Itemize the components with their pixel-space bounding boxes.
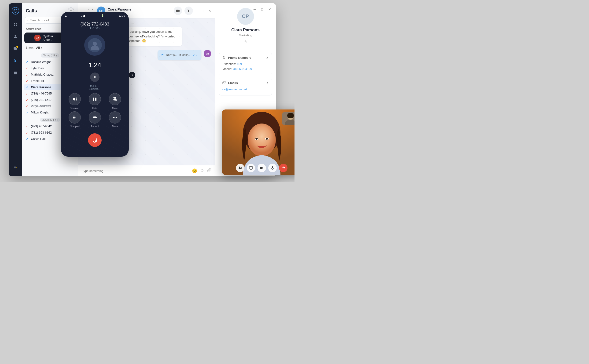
svg-rect-23 [202,169,203,170]
svg-point-58 [239,167,240,168]
svg-rect-29 [93,98,94,101]
maximize-button[interactable]: □ [260,7,265,12]
close-button[interactable]: ✕ [267,7,272,12]
phone-section-chevron-icon[interactable]: ∧ [266,56,269,59]
filter-chevron-icon[interactable]: ▾ [41,46,42,49]
mobile-link[interactable]: 318-636-4129 [233,67,252,71]
extension-link[interactable]: 109 [237,62,242,66]
call-name: Virgie Andrews [31,104,65,108]
email-section-header[interactable]: Emails ∧ [219,78,272,87]
svg-rect-64 [260,167,262,169]
contact-name: Ciara Parsons [219,28,272,32]
speaker-button[interactable]: Speaker [66,93,84,110]
email-link[interactable]: ca@somecom.net [222,87,247,91]
caller-avatar-inner [88,38,102,52]
speaker-icon [69,93,81,105]
chat-nav-icon[interactable] [11,44,20,53]
info-badge[interactable]: ℹ [129,72,135,78]
filter-value[interactable]: All [36,46,40,49]
svg-rect-4 [16,25,17,26]
drag-handle: ⋮⋮ [27,36,32,39]
svg-line-8 [28,20,28,21]
mute-button[interactable]: Mute [106,93,124,110]
svg-point-47 [116,117,117,118]
phone-section-header[interactable]: Phone Numbers ∧ [219,53,272,62]
msg-content-2: Don't w... It looks... ✓✓ [158,50,201,60]
call-name: Milton Knight [31,111,65,114]
svg-point-7 [28,20,28,21]
calls-title: Calls [26,8,37,13]
phone-end-call-button[interactable] [88,133,102,147]
call-name: (781) 693-6162 [31,131,61,134]
end-video-call-button[interactable] [279,164,287,172]
sidebar-nav: ≡• [9,3,22,176]
video-panel [222,110,294,175]
chat-header-actions [174,6,193,15]
mic-video-button[interactable] [268,164,277,172]
contact-department: Marketing [219,33,272,37]
active-call-name: Cynthia Ande... [43,34,60,41]
svg-point-39 [73,119,74,119]
chat-input[interactable] [82,169,189,173]
call-name: Rosalie Wright [31,60,65,64]
microphone-button[interactable] [200,168,204,174]
hold-button[interactable]: Hold [86,93,104,110]
phone-call-button[interactable] [185,6,193,15]
more-icon[interactable]: ••• [131,22,134,26]
incoming-arrow-icon: ↙ [26,104,29,108]
svg-point-0 [14,9,17,13]
svg-rect-1 [14,23,15,24]
svg-point-45 [113,117,114,118]
video-controls [236,164,287,172]
more-icon [109,111,121,124]
numpad-button[interactable]: Numpad [66,111,84,128]
emails-section: Emails ∧ ca@somecom.net [219,78,272,95]
call-to-display: Call to... [65,85,125,87]
incoming-arrow-icon: ↙ [26,73,29,76]
email-section-body: ca@somecom.net [219,87,272,95]
email-section-title: Emails [228,81,238,85]
voicemail-nav-icon[interactable] [11,68,20,78]
call-name: (979) 987-9642 [31,124,61,128]
minimize-button[interactable]: ─ [252,7,257,12]
svg-line-32 [113,97,117,101]
incoming-arrow-icon: ↙ [26,131,29,134]
win-close-btn[interactable]: ✕ [208,9,211,13]
svg-point-52 [255,138,258,140]
chat-contact-name: Ciara Parsons [108,7,174,11]
screen-share-video-button[interactable] [247,164,255,172]
svg-rect-20 [176,10,179,12]
phone-nav-icon[interactable] [11,56,20,65]
battery-icon: 🔋 [101,14,104,17]
video-pip [282,112,294,125]
add-person-video-button[interactable] [236,164,245,172]
camera-video-button[interactable] [258,164,266,172]
call-pause-button[interactable]: ⏸ [90,72,99,82]
outgoing-arrow-icon: ↗ [26,86,29,89]
call-name: Mathilda Chavez [31,73,65,76]
contact-star-icon[interactable]: ★ [219,39,272,44]
attachment-button[interactable] [207,168,211,174]
call-info: Call to... Subject... [61,85,129,90]
app-logo [12,7,19,14]
wifi-icon: ▲ [65,14,67,17]
search-icon [27,19,29,22]
call-name: (730) 281-6617 [31,98,65,102]
win-maximize-btn[interactable]: □ [203,9,205,13]
user-nav-icon[interactable] [11,32,20,41]
phone-icon [222,56,226,59]
win-minimize-btn[interactable]: ─ [198,9,200,13]
record-button[interactable]: Record [86,111,104,128]
svg-point-21 [161,56,162,56]
call-name: Calvin Hall [31,137,61,141]
grid-nav-icon[interactable] [11,20,20,29]
menu-nav-icon[interactable]: ≡• [11,163,20,172]
extension-field: Extention: 109 [222,62,269,66]
numpad-label: Numpad [70,125,79,128]
video-call-button[interactable] [174,6,182,15]
mute-label: Mute [112,107,118,110]
more-options-button[interactable]: More [106,111,124,128]
email-section-chevron-icon[interactable]: ∧ [266,81,269,85]
emoji-button[interactable]: 🙂 [192,168,197,174]
phone-section-title: Phone Numbers [228,56,251,59]
